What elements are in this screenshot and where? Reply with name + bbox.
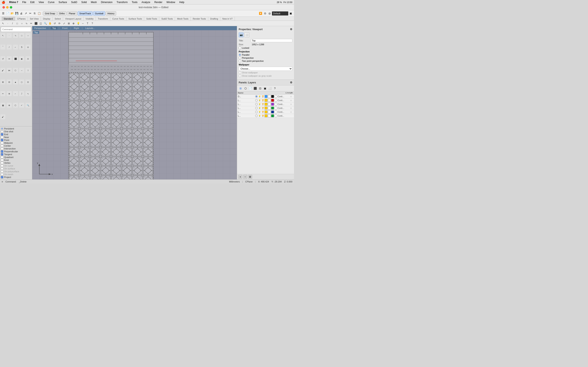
tool-view[interactable]: ⊞	[0, 80, 5, 84]
proj-twopoint[interactable]: Two point perspective	[239, 60, 292, 62]
tab-drafting[interactable]: Drafting	[208, 17, 221, 21]
tab-solid-tools[interactable]: Solid Tools	[144, 17, 159, 21]
rotate3d-icon[interactable]: ↺	[52, 21, 57, 26]
app-name[interactable]: Rhino 7	[8, 1, 19, 4]
snap-quadrant-check[interactable]	[1, 156, 3, 158]
tab-standard[interactable]: Standard	[2, 17, 15, 21]
snap-tangent[interactable]: ✓ Tangent	[1, 153, 31, 156]
viewport-tab-front[interactable]: Front	[61, 27, 69, 29]
proj-twopoint-radio[interactable]	[239, 60, 241, 62]
layer-row-3[interactable]: L... 💡 🏆 Conti... ◇	[237, 106, 294, 110]
menu-tools[interactable]: Tools	[131, 1, 138, 4]
layer-swatch-obj-1[interactable]	[271, 99, 274, 102]
viewport-canvas[interactable]: y x	[32, 30, 237, 179]
snap-center[interactable]: Center	[1, 144, 31, 147]
snap-intersection-check[interactable]	[1, 147, 3, 150]
point-icon[interactable]: ·	[6, 21, 10, 26]
tool-paint[interactable]: 🖌	[0, 68, 5, 73]
display-icon[interactable]: ⬜	[244, 33, 249, 37]
layer-lock-5[interactable]: 🏆	[261, 114, 264, 117]
tool-nodes[interactable]: ⊕	[7, 103, 12, 108]
menu-transform[interactable]: Transform	[116, 1, 129, 4]
tool-curve2[interactable]: ∿	[13, 33, 18, 38]
layer-swatch-obj-2[interactable]	[271, 103, 274, 106]
layer-light-0[interactable]: 💡	[258, 95, 261, 98]
panel-toggle-icon[interactable]: ▣	[289, 11, 293, 16]
menu-analyze[interactable]: Analyze	[141, 1, 151, 4]
tool-hatch[interactable]: ▦	[0, 103, 5, 108]
tab-setview[interactable]: Set View	[28, 17, 41, 21]
layer-swatch-obj-4[interactable]	[271, 110, 274, 113]
tool-trim[interactable]: ✂	[0, 91, 5, 96]
layer-light-4[interactable]: 💡	[258, 110, 261, 113]
command-input[interactable]	[1, 27, 31, 32]
proj-parallel[interactable]: Parallel	[239, 54, 292, 56]
tool-spline[interactable]: S	[19, 45, 24, 50]
viewport-tab-right[interactable]: Right	[73, 27, 80, 29]
tool-select[interactable]: ↖	[0, 33, 5, 38]
tab-new-v7[interactable]: New in V7	[220, 17, 235, 21]
menu-edit[interactable]: Edit	[29, 1, 35, 4]
layer-lock-0[interactable]: 🏆	[261, 95, 264, 98]
line-icon[interactable]: /	[10, 21, 15, 26]
snap-oneshot-radio[interactable]	[1, 130, 3, 133]
layer-swatch-fill-1[interactable]	[268, 99, 271, 102]
sidebar-toggle-icon[interactable]: ☰	[1, 11, 5, 16]
snap-icon[interactable]: ⊕	[71, 21, 76, 26]
extrude-icon[interactable]: ⬛	[34, 21, 38, 26]
cut-icon[interactable]: ✂	[28, 11, 32, 16]
layer-row-5[interactable]: L... 💡 🏆 Conti...	[237, 114, 294, 118]
copy-icon[interactable]: ⎘	[33, 11, 37, 16]
zoom-icon[interactable]: 🔍	[43, 21, 48, 26]
rect-icon[interactable]: □	[15, 21, 19, 26]
snap-point[interactable]: ✓ Point	[1, 139, 31, 142]
layer-settings-button[interactable]: ⚙	[248, 175, 252, 179]
snap-tangent-check[interactable]: ✓	[1, 153, 3, 156]
layer-lock-2[interactable]: 🏆	[261, 103, 264, 106]
layer-active-dot-5[interactable]	[255, 115, 258, 117]
tab-surface-tools[interactable]: Surface Tools	[126, 17, 144, 21]
layer-swatch-0[interactable]	[265, 95, 268, 98]
snap-perpendicular[interactable]: ✓ Perpendicular	[1, 150, 31, 153]
tool-magnify[interactable]: 🔍	[26, 103, 30, 108]
tool-arc[interactable]: ⌒	[0, 45, 5, 50]
snap-knot-check[interactable]	[1, 159, 3, 161]
export-icon[interactable]: ↗	[24, 11, 28, 16]
tool-3d-box[interactable]: ⬛	[13, 56, 18, 61]
layer-swatch-5[interactable]	[265, 114, 268, 117]
viewport-tab-top[interactable]: Top	[51, 27, 57, 29]
layer-swatch-3[interactable]	[265, 107, 268, 109]
viewport-tab-perspective[interactable]: Perspective	[33, 27, 47, 29]
tool-mirror[interactable]: ⇔	[7, 56, 12, 61]
tab-viewport-layout[interactable]: Viewport Layout	[63, 17, 84, 21]
tab-cplanes[interactable]: CPlanes	[15, 17, 28, 21]
history-button[interactable]: History	[105, 11, 116, 16]
help-icon[interactable]: ?	[90, 21, 95, 26]
snap-vertex-check[interactable]	[1, 162, 3, 164]
layer-type-icon-6[interactable]: ▣	[263, 86, 267, 91]
menu-view[interactable]: View	[38, 1, 45, 4]
snap-end[interactable]: ✓ End	[1, 133, 31, 136]
properties-gear-icon[interactable]: ⚙	[290, 28, 292, 31]
layer-row-2[interactable]: L... 💡 🏆 Conti... ◇	[237, 102, 294, 106]
proj-parallel-radio[interactable]	[239, 54, 241, 56]
pan-icon[interactable]: ✋	[48, 21, 52, 26]
locked-checkbox[interactable]	[239, 47, 241, 49]
nav-icon[interactable]: ⊙	[263, 11, 267, 16]
grid-snap-button[interactable]: Grid Snap	[43, 11, 57, 16]
tool-check[interactable]: ✓	[19, 103, 24, 108]
light-icon[interactable]: 💡	[76, 21, 80, 26]
tool-paint2[interactable]: 🖌	[0, 114, 5, 119]
tool-rail[interactable]: ⌇	[26, 68, 30, 73]
layer-swatch-fill-2[interactable]	[268, 103, 271, 106]
tool-circle2[interactable]: ○	[26, 33, 30, 38]
layer-type-icon-5[interactable]: ⊡	[258, 86, 262, 91]
layer-type-icon-4[interactable]: ⬛	[253, 86, 258, 91]
tool-extrude2[interactable]: ▲	[13, 80, 18, 84]
layer-active-dot-0[interactable]	[255, 95, 258, 98]
menu-surface[interactable]: Surface	[58, 1, 68, 4]
curve-icon[interactable]: ∿	[24, 21, 29, 26]
layer-lock-4[interactable]: 🏆	[261, 110, 264, 113]
snap-midpoint[interactable]: Midpoint	[1, 142, 31, 144]
tool-mesh3[interactable]: ⬡	[13, 68, 18, 73]
